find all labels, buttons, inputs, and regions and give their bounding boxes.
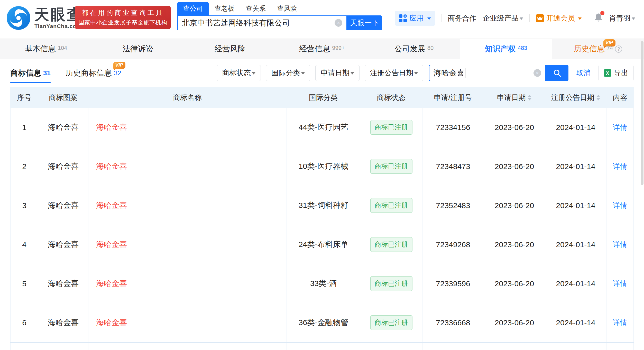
scrollbar-thumb[interactable] bbox=[641, 41, 643, 185]
nav-cooperation[interactable]: 商务合作 bbox=[448, 13, 476, 23]
cell-intl-class: 44类-医疗园艺 bbox=[287, 108, 360, 147]
clear-search-icon[interactable]: × bbox=[335, 19, 342, 27]
cell-mark-name[interactable]: 海哈金喜 bbox=[88, 147, 287, 186]
col-header-mark-image: 商标图案 bbox=[38, 87, 88, 108]
col-header-mark-name: 商标名称 bbox=[88, 87, 287, 108]
cell-mark-image[interactable]: 海哈金喜 bbox=[38, 303, 88, 342]
sort-icon[interactable] bbox=[528, 95, 531, 100]
nav-divider bbox=[529, 14, 530, 22]
cell-mark-image[interactable]: 海哈金喜 bbox=[38, 186, 88, 225]
col-header-apply-date[interactable]: 申请日期 bbox=[484, 87, 545, 108]
apps-menu[interactable]: 应用 bbox=[395, 11, 435, 26]
keyword-search-button[interactable] bbox=[546, 65, 568, 81]
cell-app-reg-no: 72349268 bbox=[422, 225, 484, 264]
cell-reg-pub-date: 2024-01-14 bbox=[545, 186, 606, 225]
cell-mark-name[interactable]: 海哈金喜 bbox=[88, 225, 287, 264]
text-cursor bbox=[465, 68, 465, 78]
chevron-down-icon bbox=[520, 17, 523, 22]
search-tab-risk[interactable]: 查风险 bbox=[271, 2, 303, 15]
tab-operation-info[interactable]: 经营信息 999+ bbox=[276, 39, 368, 59]
search-icon bbox=[553, 69, 562, 77]
top-header: 天眼查 TianYanCha.com 都在用的商业查询工具 国家中小企业发展子基… bbox=[0, 0, 644, 39]
keyword-input[interactable]: 海哈金喜 × bbox=[429, 65, 546, 81]
tab-count: 74 bbox=[607, 45, 613, 51]
detail-link[interactable]: 详情 bbox=[613, 162, 627, 171]
cell-mark-name[interactable]: 海哈金喜 bbox=[88, 186, 287, 225]
sort-icon[interactable] bbox=[596, 95, 600, 100]
tab-count: 483 bbox=[518, 45, 527, 51]
tianyancha-logo[interactable]: 天眼查 TianYanCha.com bbox=[7, 6, 83, 30]
detail-link[interactable]: 详情 bbox=[613, 279, 627, 289]
table-row: 4 海哈金喜 海哈金喜 24类-布料床单 商标已注册 72349268 2023… bbox=[10, 225, 634, 264]
cell-mark-name[interactable]: 海哈金喜 bbox=[88, 264, 287, 303]
cell-status: 商标已注册 bbox=[360, 186, 422, 225]
cell-index: 4 bbox=[10, 225, 38, 264]
help-icon[interactable]: ? bbox=[615, 45, 622, 53]
detail-link[interactable]: 详情 bbox=[613, 318, 627, 328]
subtab-trademark-info[interactable]: 商标信息 31 bbox=[10, 63, 51, 83]
search-submit-button[interactable]: 天眼一下 bbox=[347, 15, 382, 30]
detail-link[interactable]: 详情 bbox=[613, 240, 627, 250]
filter-international-class[interactable]: 国际分类 bbox=[266, 65, 310, 81]
cell-detail: 详情 bbox=[606, 303, 634, 342]
vip-badge: VIP bbox=[113, 62, 125, 69]
open-vip-button[interactable]: 开通会员 bbox=[536, 13, 582, 23]
tab-legal-proceedings[interactable]: 法律诉讼 bbox=[92, 39, 184, 59]
tab-company-development[interactable]: 公司发展 80 bbox=[368, 39, 460, 59]
cancel-search-link[interactable]: 取消 bbox=[576, 68, 591, 78]
cell-mark-image[interactable]: 海哈金喜 bbox=[38, 225, 88, 264]
notifications-button[interactable] bbox=[594, 13, 603, 24]
filter-label: 申请日期 bbox=[321, 68, 349, 78]
user-menu[interactable]: 肖青羽 bbox=[609, 13, 635, 23]
chevron-down-icon bbox=[301, 72, 305, 76]
cell-mark-name[interactable]: 海哈金喜 bbox=[88, 108, 287, 147]
cell-detail: 详情 bbox=[606, 264, 634, 303]
clear-keyword-icon[interactable]: × bbox=[533, 69, 541, 77]
cell-apply-date: 2023-06-20 bbox=[484, 147, 545, 186]
cell-app-reg-no: 72336668 bbox=[422, 303, 484, 342]
chevron-down-icon bbox=[351, 72, 354, 76]
tab-count: 80 bbox=[427, 45, 434, 51]
detail-link[interactable]: 详情 bbox=[613, 201, 627, 210]
status-badge: 商标已注册 bbox=[370, 159, 412, 174]
tab-basic-info[interactable]: 基本信息 104 bbox=[0, 39, 92, 59]
keyword-search: 海哈金喜 × bbox=[429, 65, 568, 81]
cell-mark-image[interactable]: 海哈金喜 bbox=[38, 264, 88, 303]
col-header-reg-pub-date[interactable]: 注册公告日期 bbox=[545, 87, 606, 108]
table-row: 6 海哈金喜 海哈金喜 36类-金融物管 商标已注册 72336668 2023… bbox=[10, 303, 634, 342]
search-tab-boss[interactable]: 查老板 bbox=[209, 2, 240, 15]
subtab-history-trademark-info[interactable]: VIP 历史商标信息 32 bbox=[66, 63, 121, 83]
tab-history-info[interactable]: VIP 历史信息 74 ? bbox=[552, 39, 644, 59]
cell-index: 6 bbox=[10, 303, 38, 342]
export-button[interactable]: X 导出 bbox=[598, 65, 634, 81]
tab-operation-risk[interactable]: 经营风险 bbox=[184, 39, 276, 59]
cell-detail: 详情 bbox=[606, 186, 634, 225]
filter-apply-date[interactable]: 申请日期 bbox=[315, 65, 360, 81]
username: 肖青羽 bbox=[609, 13, 631, 23]
global-search: 查公司 查老板 查关系 查风险 北京中书艺莲网络科技有限公司 × 天眼一下 bbox=[177, 2, 382, 30]
subtab-count: 31 bbox=[43, 69, 51, 77]
nav-enterprise[interactable]: 企业级产品 bbox=[483, 13, 523, 23]
search-input[interactable]: 北京中书艺莲网络科技有限公司 × bbox=[177, 15, 347, 30]
cell-detail: 详情 bbox=[606, 108, 634, 147]
cell-status: 商标已注册 bbox=[360, 225, 422, 264]
cell-mark-name[interactable]: 海哈金喜 bbox=[88, 303, 287, 342]
cell-mark-image[interactable]: 海哈金喜 bbox=[38, 108, 88, 147]
filter-trademark-status[interactable]: 商标状态 bbox=[217, 65, 261, 81]
col-header-content: 内容 bbox=[606, 87, 634, 108]
search-tab-company[interactable]: 查公司 bbox=[177, 2, 209, 15]
cell-mark-image[interactable]: 海哈金喜 bbox=[38, 147, 88, 186]
tab-label: 法律诉讼 bbox=[123, 44, 153, 54]
cell-app-reg-no: 72352483 bbox=[422, 186, 484, 225]
cell-intl-class: 36类-金融物管 bbox=[287, 303, 360, 342]
trademark-controls: 商标信息 31 VIP 历史商标信息 32 商标状态 国际分类 申请日期 注册公… bbox=[10, 63, 634, 83]
tab-label: 知识产权 bbox=[485, 44, 516, 54]
col-header-intl-class: 国际分类 bbox=[287, 87, 360, 108]
detail-link[interactable]: 详情 bbox=[613, 123, 627, 132]
filter-registration-pub-date[interactable]: 注册公告日期 bbox=[365, 65, 423, 81]
tab-intellectual-property[interactable]: 知识产权 483 bbox=[460, 39, 552, 59]
search-tab-relation[interactable]: 查关系 bbox=[240, 2, 271, 15]
notification-dot bbox=[600, 11, 604, 15]
cell-index: 2 bbox=[10, 147, 38, 186]
chevron-down-icon bbox=[632, 17, 635, 22]
